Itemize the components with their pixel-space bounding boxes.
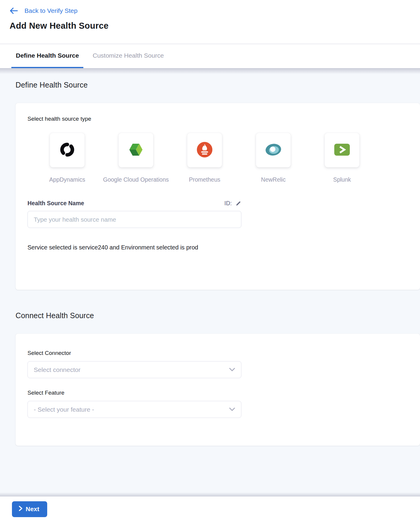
back-link-label: Back to Verify Step: [24, 7, 77, 14]
appdynamics-icon: [59, 142, 75, 159]
edit-id-pencil-icon[interactable]: [235, 200, 241, 206]
connector-select[interactable]: Select connector: [27, 361, 241, 378]
next-button-label: Next: [26, 505, 39, 513]
id-group: ID:: [224, 200, 241, 207]
newrelic-icon: [265, 143, 282, 157]
health-source-name-input[interactable]: [27, 211, 241, 228]
google-cloud-operations-tile[interactable]: [119, 133, 153, 167]
select-type-label: Select health source type: [27, 116, 408, 122]
prometheus-icon: [197, 142, 213, 159]
source-label: AppDynamics: [49, 176, 85, 183]
feature-select-placeholder: - Select your feature -: [34, 406, 94, 413]
drawer-header: Back to Verify Step Add New Health Sourc…: [0, 0, 420, 44]
connect-section-heading: Connect Health Source: [0, 290, 420, 320]
arrow-left-icon: [10, 7, 18, 14]
connect-health-source-card: Select Connector Select connector Select…: [16, 334, 420, 446]
health-source-tabs: Define Health Source Customize Health So…: [0, 44, 420, 68]
define-health-source-card: Select health source type AppDynamics: [16, 103, 420, 290]
source-option-appdynamics: AppDynamics: [33, 133, 102, 183]
source-label: Splunk: [333, 176, 351, 183]
tab-customize-health-source[interactable]: Customize Health Source: [88, 44, 168, 68]
select-connector-label: Select Connector: [27, 350, 408, 356]
id-label: ID:: [224, 200, 232, 207]
health-source-name-block: Health Source Name ID:: [27, 200, 241, 228]
chevron-down-icon: [229, 407, 235, 412]
chevron-right-icon: [19, 505, 23, 513]
connector-select-placeholder: Select connector: [34, 366, 80, 373]
define-section-heading: Define Health Source: [0, 68, 420, 89]
back-to-verify-step-link[interactable]: Back to Verify Step: [10, 5, 420, 16]
source-label: Google Cloud Operations: [103, 176, 169, 183]
source-label: Prometheus: [189, 176, 220, 183]
source-option-newrelic: NewRelic: [239, 133, 308, 183]
health-source-name-label: Health Source Name: [27, 200, 84, 207]
source-label: NewRelic: [261, 176, 286, 183]
google-cloud-operations-icon: [128, 142, 144, 158]
tab-define-health-source[interactable]: Define Health Source: [11, 44, 83, 68]
service-environment-note: Service selected is service240 and Envir…: [27, 244, 408, 251]
select-feature-label: Select Feature: [27, 390, 408, 396]
next-button[interactable]: Next: [12, 501, 47, 517]
prometheus-tile[interactable]: [187, 133, 222, 167]
page-title: Add New Health Source: [10, 21, 420, 31]
splunk-tile[interactable]: [325, 133, 359, 167]
splunk-icon: [334, 143, 350, 157]
newrelic-tile[interactable]: [256, 133, 291, 167]
tab-panel-define: Define Health Source Select health sourc…: [0, 68, 420, 497]
appdynamics-tile[interactable]: [50, 133, 85, 167]
source-option-prometheus: Prometheus: [170, 133, 239, 183]
feature-select[interactable]: - Select your feature -: [27, 401, 241, 418]
source-option-google-cloud-operations: Google Cloud Operations: [102, 133, 170, 183]
chevron-down-icon: [229, 367, 235, 373]
drawer-footer: Next: [0, 497, 420, 521]
source-option-splunk: Splunk: [308, 133, 376, 183]
health-source-type-list: AppDynamics Google Cloud Operations: [33, 133, 408, 183]
